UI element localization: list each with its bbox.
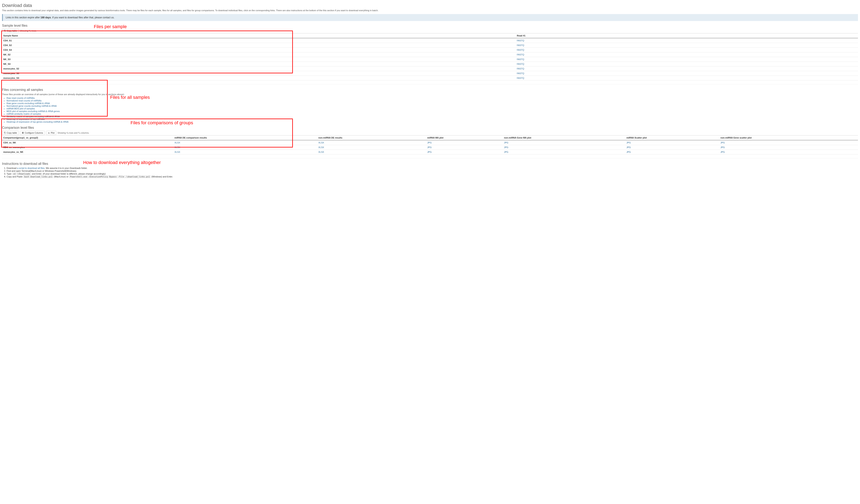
download-link[interactable]: XLSX <box>174 146 180 149</box>
comparison-col: miRNA DE comparison results <box>173 135 317 140</box>
instructions-list: Download a script to download all files.… <box>6 167 858 178</box>
alert-days: 180 days <box>41 16 51 19</box>
sample-name-cell: NK_S2 <box>2 52 516 57</box>
comparison-col: Comparison(group1_vs_group2) <box>2 135 173 140</box>
download-script-link[interactable]: a script to download all files <box>17 167 45 169</box>
overview-file-link[interactable]: Heatmap of expression of top miRNAs <box>6 118 45 120</box>
step1-folder: Downloads <box>70 167 81 169</box>
download-link[interactable]: JPG <box>627 151 631 153</box>
fastq-link[interactable]: FASTQ <box>517 49 524 51</box>
comparison-col: non-miRNA Gene MA plot <box>503 135 625 140</box>
list-item: Normalized gene counts excluding miRNA &… <box>6 105 858 107</box>
download-link[interactable]: XLSX <box>318 151 324 153</box>
table-row: monocytes_vs_NKXLSXXLSXJPGJPGJPGJPG <box>2 150 858 154</box>
comparison-cell: XLSX <box>317 145 426 150</box>
step4-prefix: Copy and Paste <box>6 175 23 178</box>
copy-table-button-2[interactable]: Copy table <box>2 131 19 135</box>
comparison-cell: JPG <box>426 140 503 145</box>
download-link[interactable]: JPG <box>504 151 508 153</box>
expiry-alert: Links in this section expire after 180 d… <box>2 14 858 21</box>
download-link[interactable]: XLSX <box>174 151 180 153</box>
comparison-cell: JPG <box>719 150 858 154</box>
download-link[interactable]: JPG <box>720 151 725 153</box>
download-link[interactable]: JPG <box>427 151 431 153</box>
overview-file-link[interactable]: Raw read counts of miRNAs <box>6 97 35 99</box>
fastq-link[interactable]: FASTQ <box>517 77 524 79</box>
overview-file-link[interactable]: Similarity matrix of samples excluding m… <box>6 115 60 118</box>
list-item: miRNA MDS plot of samples <box>6 107 858 110</box>
download-link[interactable]: JPG <box>720 142 725 144</box>
col-read1: Read #1 <box>516 33 858 38</box>
step3-code: cd ~/Downloads <box>12 173 31 175</box>
fastq-link[interactable]: FASTQ <box>517 68 524 70</box>
plot-button[interactable]: Plot <box>46 131 56 135</box>
page-title: Download data <box>2 3 858 8</box>
read-cell: FASTQ <box>516 52 858 57</box>
list-item: MDS plot of samples excluding miRNA & rR… <box>6 110 858 113</box>
download-link[interactable]: JPG <box>627 142 631 144</box>
comparison-title: Comparison level files <box>2 126 858 130</box>
comparison-table: Comparison(group1_vs_group2)miRNA DE com… <box>2 135 858 154</box>
read-cell: FASTQ <box>516 66 858 71</box>
comparison-cell: XLSX <box>317 140 426 145</box>
read-cell: FASTQ <box>516 47 858 52</box>
step4-code2: Powershell.exe -ExecutionPolicy Bypass -… <box>69 175 151 178</box>
annotation-files-per-sample: Files per sample <box>94 24 127 29</box>
read-cell: FASTQ <box>516 71 858 76</box>
fastq-link[interactable]: FASTQ <box>517 63 524 65</box>
step-2: Find and open Terminal(Mac/Linux) or Win… <box>6 170 858 172</box>
list-item: Heatmap of expression of top miRNAs <box>6 118 858 120</box>
all-samples-title: Files concerning all samples <box>2 88 858 92</box>
copy-table-button[interactable]: Copy table <box>2 29 19 33</box>
list-item: Similarity matrix of samples excluding m… <box>6 115 858 118</box>
step3-prefix: Type <box>6 173 12 175</box>
read-cell: FASTQ <box>516 57 858 61</box>
overview-file-link[interactable]: MDS plot of samples excluding miRNA & rR… <box>6 110 60 113</box>
step4-suffix: (Windows) and Enter. <box>151 175 173 178</box>
download-link[interactable]: JPG <box>720 146 725 149</box>
comparison-cell: XLSX <box>173 145 317 150</box>
copy-table-label-2: Copy table <box>7 132 17 134</box>
overview-file-link[interactable]: miRNA similarity matrix of samples <box>6 113 41 115</box>
comparison-showing: Showing ³⁄₃ rows and ⁶⁄₆ columns. <box>58 132 89 134</box>
download-link[interactable]: JPG <box>504 146 508 149</box>
overview-file-link[interactable]: Normalized read counts of miRNAs <box>6 100 42 102</box>
fastq-link[interactable]: FASTQ <box>517 54 524 56</box>
fastq-link[interactable]: FASTQ <box>517 72 524 75</box>
overview-file-link[interactable]: Normalized gene counts excluding miRNA &… <box>6 105 57 107</box>
overview-file-link[interactable]: Heatmap of expression of top genes exclu… <box>6 121 69 123</box>
configure-columns-button[interactable]: Configure Columns <box>20 131 45 135</box>
step4-mid: (Mac/Linux) or <box>54 175 69 178</box>
grid-icon <box>22 132 24 134</box>
sample-name-cell: CD4_S2 <box>2 43 516 47</box>
download-link[interactable]: JPG <box>427 142 431 144</box>
read-cell: FASTQ <box>516 76 858 80</box>
page-intro: This section contains links to download … <box>2 9 858 12</box>
table-row: monocytes_S2FASTQ <box>2 66 858 71</box>
fastq-link[interactable]: FASTQ <box>517 44 524 46</box>
overview-file-link[interactable]: Raw gene counts excluding miRNA & rRNA <box>6 102 50 104</box>
annotation-download-all: How to download everything altogether <box>83 160 161 165</box>
fastq-link[interactable]: FASTQ <box>517 39 524 42</box>
download-link[interactable]: JPG <box>427 146 431 149</box>
comparison-cell: JPG <box>426 145 503 150</box>
table-row: CD4_S2FASTQ <box>2 43 858 47</box>
table-row: NK_S2FASTQ <box>2 52 858 57</box>
table-row: CD4_S4FASTQ <box>2 47 858 52</box>
sample-showing: Showing ⁹⁄₉ rows. <box>20 30 37 32</box>
table-row: NK_S4FASTQ <box>2 61 858 66</box>
download-link[interactable]: XLSX <box>318 142 324 144</box>
download-link[interactable]: XLSX <box>318 146 324 149</box>
fastq-link[interactable]: FASTQ <box>517 58 524 60</box>
read-cell: FASTQ <box>516 38 858 43</box>
annotation-files-comparisons: Files for comparisons of groups <box>130 120 193 125</box>
comparison-col: miRNA MA plot <box>426 135 503 140</box>
download-link[interactable]: JPG <box>504 142 508 144</box>
alert-prefix: Links in this section expire after <box>6 16 41 19</box>
comparison-cell: JPG <box>426 150 503 154</box>
download-link[interactable]: JPG <box>627 146 631 149</box>
download-link[interactable]: XLSX <box>174 142 180 144</box>
step-3: Type cd ~/Downloads and Enter. (If your … <box>6 173 858 175</box>
col-sample-name: Sample Name <box>2 33 516 38</box>
overview-file-link[interactable]: miRNA MDS plot of samples <box>6 107 35 110</box>
